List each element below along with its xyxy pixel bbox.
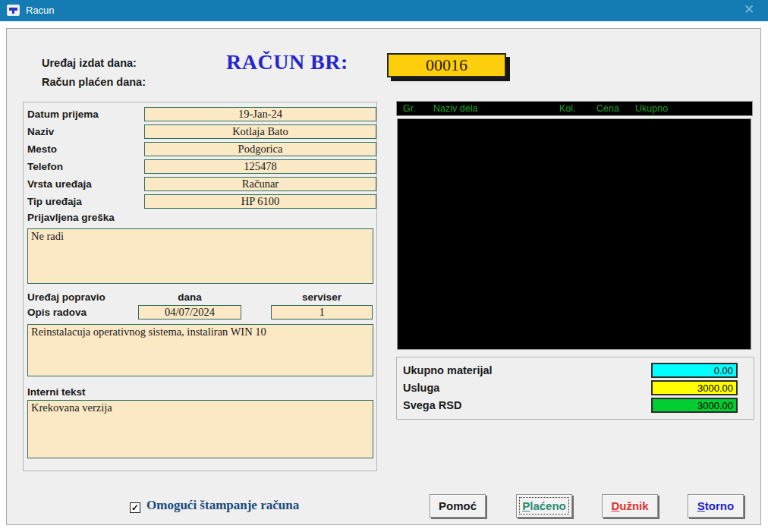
paid-button-accel: P — [522, 499, 530, 512]
field-input-mesto[interactable]: Podgorica — [144, 142, 376, 156]
items-table-header: Gr. Naziv dela Kol. Cena Ukupno — [396, 101, 753, 116]
field-label-telefon: Telefon — [27, 161, 63, 172]
work-description-label: Opis radova — [27, 307, 87, 318]
debtor-button-accel: D — [611, 499, 619, 512]
paid-button-label: laćeno — [530, 499, 566, 512]
items-list[interactable] — [397, 118, 751, 350]
repaired-date-label: dana — [138, 291, 241, 303]
column-header-gr: Gr. — [403, 103, 416, 114]
cancel-button-accel: S — [697, 499, 705, 512]
cancel-button-label: torno — [705, 499, 734, 512]
field-label-naziv: Naziv — [27, 126, 54, 137]
help-button[interactable]: Pomoć — [430, 494, 486, 518]
field-label-vrsta-uredjaja: Vrsta uređaja — [27, 178, 92, 190]
service-total-value: 3000.00 — [651, 380, 738, 395]
title-bar: Racun ✕ — [0, 0, 768, 21]
column-header-naziv: Naziv dela — [433, 103, 477, 114]
work-description-textarea[interactable]: Reinstalacuja operativnog sistema, insta… — [27, 324, 373, 376]
invoice-paid-label: Račun plaćen dana: — [42, 76, 146, 88]
field-label-datum-prijema: Datum prijema — [27, 109, 99, 120]
help-button-label: Pomoć — [439, 499, 477, 512]
repaired-by-label: Uređaj popravio — [27, 291, 105, 303]
repaired-date-input[interactable]: 04/07/2024 — [138, 305, 241, 320]
device-issued-label: Uređaj izdat dana: — [42, 57, 137, 69]
column-header-kol: Kol. — [559, 103, 576, 114]
total-material-label: Ukupno materijal — [403, 364, 493, 376]
field-label-tip-uredjaja: Tip uređaja — [27, 196, 82, 207]
debtor-button-label: užnik — [619, 499, 648, 512]
internal-text-label: Interni tekst — [27, 386, 86, 398]
invoice-number-box: 00016 — [387, 53, 506, 77]
field-input-datum-prijema[interactable]: 19-Jan-24 — [144, 107, 376, 121]
total-material-value: 0.00 — [651, 363, 738, 378]
technician-input[interactable]: 1 — [271, 305, 373, 320]
cancel-button[interactable]: Storno — [688, 494, 744, 518]
window-title: Racun — [26, 0, 55, 21]
column-header-cena: Cena — [596, 103, 619, 114]
field-input-vrsta-uredjaja[interactable]: Računar — [144, 177, 376, 191]
field-label-mesto: Mesto — [27, 143, 57, 155]
debtor-button[interactable]: Dužnik — [602, 494, 658, 518]
column-header-ukupno: Ukupno — [635, 103, 668, 114]
app-icon-shape-stem — [12, 11, 14, 14]
service-total-label: Usluga — [403, 382, 439, 394]
app-icon — [7, 5, 20, 16]
field-input-telefon[interactable]: 125478 — [144, 159, 376, 174]
invoice-number-title: RAČUN BR: — [226, 50, 348, 74]
reported-error-textarea[interactable]: Ne radi — [27, 228, 373, 284]
print-invoice-checkbox[interactable]: ✓ — [130, 502, 140, 513]
internal-text-textarea[interactable]: Krekovana verzija — [27, 400, 373, 458]
print-invoice-checkbox-label[interactable]: Omogući štampanje računa — [146, 498, 299, 513]
field-input-naziv[interactable]: Kotlaja Bato — [144, 124, 376, 139]
grand-total-label: Svega RSD — [403, 399, 461, 411]
reported-error-label: Prijavljena greška — [27, 212, 115, 223]
totals-groupbox: Ukupno materijal 0.00 Usluga 3000.00 Sve… — [396, 357, 754, 420]
field-input-tip-uredjaja[interactable]: HP 6100 — [144, 194, 376, 209]
close-icon[interactable]: ✕ — [738, 0, 760, 21]
technician-label: serviser — [271, 291, 373, 303]
grand-total-value: 3000.00 — [651, 398, 738, 413]
paid-button[interactable]: Plaćeno — [516, 494, 572, 518]
